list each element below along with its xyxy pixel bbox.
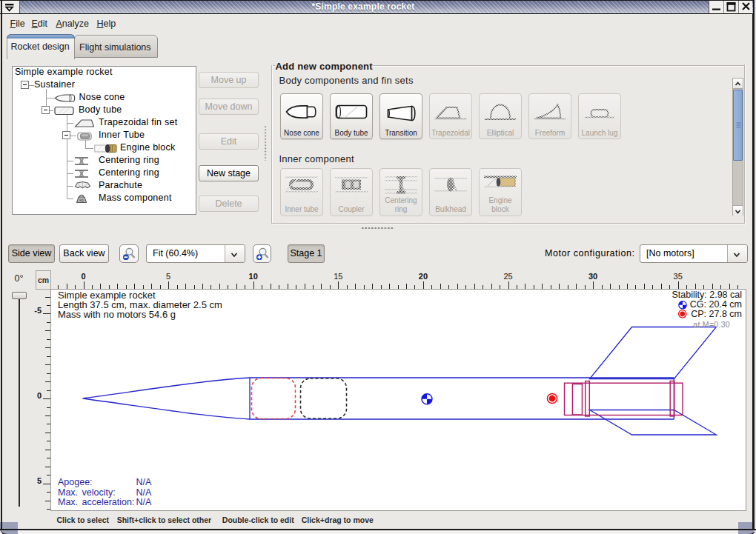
svg-text:kg: kg bbox=[79, 198, 84, 202]
